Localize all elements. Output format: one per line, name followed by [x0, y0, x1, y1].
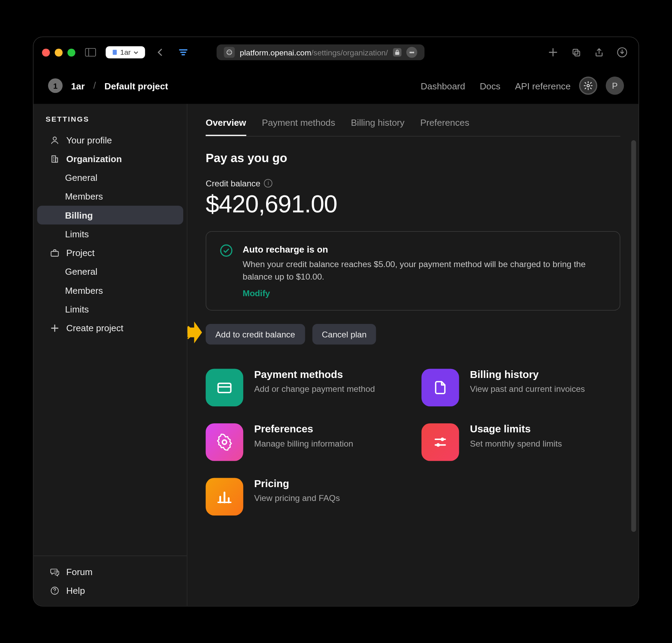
- download-icon[interactable]: [614, 44, 630, 60]
- sidebar-item-proj-general[interactable]: General: [37, 262, 183, 281]
- scrollbar-thumb[interactable]: [631, 140, 636, 532]
- org-name[interactable]: 1ar: [71, 80, 85, 91]
- sliders-icon: [422, 423, 459, 461]
- site-icon: [224, 47, 235, 58]
- sidebar-item-label: Organization: [66, 153, 122, 164]
- window-controls: [42, 49, 75, 56]
- user-icon: [49, 135, 60, 145]
- recharge-desc: When your credit balance reaches $5.00, …: [243, 258, 607, 283]
- app-header: 1 1ar / Default project Dashboard Docs A…: [34, 68, 639, 104]
- svg-rect-2: [113, 50, 117, 55]
- sidebar-item-org-general[interactable]: General: [37, 168, 183, 187]
- sidebar-item-create-project[interactable]: Create project: [37, 318, 183, 337]
- sidebar-item-proj-limits[interactable]: Limits: [37, 300, 183, 318]
- svg-rect-16: [218, 384, 231, 393]
- close-window-button[interactable]: [42, 49, 50, 56]
- sidebar-item-label: Project: [66, 248, 95, 258]
- card-desc: Set monthly spend limits: [470, 438, 562, 450]
- share-icon[interactable]: [591, 44, 607, 60]
- browser-window: 1ar platform.openai.com/settings/organiz…: [33, 37, 639, 607]
- settings-gear-button[interactable]: [579, 77, 598, 95]
- sidebar-item-label: Limits: [65, 304, 89, 314]
- card-pricing[interactable]: PricingView pricing and FAQs: [206, 478, 405, 516]
- sidebar-item-project[interactable]: Project: [37, 243, 183, 262]
- copy-icon[interactable]: [568, 44, 584, 60]
- tab-payment-methods[interactable]: Payment methods: [262, 117, 335, 136]
- sidebar-item-profile[interactable]: Your profile: [37, 131, 183, 149]
- card-payment-methods[interactable]: Payment methodsAdd or change payment met…: [206, 369, 405, 407]
- sidebar-item-label: Your profile: [66, 135, 112, 145]
- svg-point-9: [53, 137, 56, 140]
- sidebar-item-label: General: [65, 173, 97, 183]
- nav-dashboard[interactable]: Dashboard: [421, 80, 465, 91]
- sidebar-item-billing[interactable]: Billing: [37, 206, 183, 224]
- card-preferences[interactable]: PreferencesManage billing information: [206, 423, 405, 461]
- tab-overview[interactable]: Overview: [206, 117, 246, 136]
- profile-pill-label: 1ar: [120, 48, 131, 57]
- sidebar-item-label: Create project: [66, 323, 123, 333]
- address-bar[interactable]: platform.openai.com/settings/organizatio…: [217, 44, 424, 60]
- sidebar-item-organization[interactable]: Organization: [37, 149, 183, 168]
- project-name[interactable]: Default project: [104, 80, 168, 91]
- menu-icon[interactable]: [176, 44, 192, 60]
- settings-sidebar: SETTINGS Your profile Organization Gener…: [34, 104, 188, 606]
- card-title: Preferences: [254, 423, 353, 435]
- billing-tabs: Overview Payment methods Billing history…: [206, 117, 620, 136]
- nav-api-reference[interactable]: API reference: [515, 80, 571, 91]
- sidebar-item-label: General: [65, 266, 97, 277]
- minimize-window-button[interactable]: [55, 49, 63, 56]
- recharge-title: Auto recharge is on: [243, 244, 607, 254]
- card-billing-history[interactable]: Billing historyView past and current inv…: [422, 369, 620, 407]
- cancel-plan-button[interactable]: Cancel plan: [312, 324, 376, 345]
- svg-point-8: [587, 85, 590, 87]
- sidebar-item-org-limits[interactable]: Limits: [37, 224, 183, 243]
- card-desc: View past and current invoices: [470, 384, 585, 395]
- main-content: Overview Payment methods Billing history…: [187, 104, 638, 606]
- more-icon[interactable]: •••: [406, 47, 417, 58]
- plus-icon: [49, 324, 60, 332]
- org-badge[interactable]: 1: [48, 78, 63, 93]
- sidebar-item-forum[interactable]: Forum: [37, 562, 183, 581]
- balance-amount: $420,691.00: [206, 191, 620, 218]
- info-icon[interactable]: i: [264, 179, 273, 188]
- balance-label: Credit balance i: [206, 178, 620, 188]
- sidebar-item-label: Billing: [65, 210, 93, 220]
- svg-rect-11: [55, 158, 58, 162]
- svg-rect-6: [575, 51, 580, 56]
- sidebar-toggle-icon[interactable]: [83, 44, 99, 60]
- sidebar-heading: SETTINGS: [34, 115, 187, 131]
- card-title: Pricing: [254, 478, 340, 490]
- profile-pill[interactable]: 1ar: [106, 46, 145, 59]
- modify-link[interactable]: Modify: [243, 288, 607, 298]
- card-desc: Manage billing information: [254, 438, 353, 450]
- sidebar-item-label: Members: [65, 285, 103, 296]
- new-tab-icon[interactable]: [545, 44, 561, 60]
- user-avatar[interactable]: P: [606, 77, 624, 95]
- svg-marker-15: [187, 322, 202, 343]
- help-icon: [49, 585, 60, 595]
- sidebar-item-label: Help: [66, 585, 85, 596]
- sidebar-item-help[interactable]: Help: [37, 581, 183, 600]
- card-desc: View pricing and FAQs: [254, 493, 340, 504]
- back-button[interactable]: [152, 44, 168, 60]
- card-title: Billing history: [470, 369, 585, 381]
- svg-rect-0: [85, 49, 96, 56]
- file-icon: [422, 369, 459, 407]
- sidebar-item-org-members[interactable]: Members: [37, 187, 183, 206]
- sidebar-item-label: Members: [65, 191, 103, 202]
- card-icon: [206, 369, 244, 407]
- tab-billing-history[interactable]: Billing history: [351, 117, 405, 136]
- url-domain: platform.openai.com: [240, 48, 311, 57]
- sidebar-item-proj-members[interactable]: Members: [37, 281, 183, 300]
- card-desc: Add or change payment method: [254, 384, 375, 395]
- scrollbar[interactable]: [631, 140, 636, 601]
- nav-docs[interactable]: Docs: [480, 80, 501, 91]
- add-credit-button[interactable]: Add to credit balance: [206, 324, 305, 345]
- tab-preferences[interactable]: Preferences: [420, 117, 469, 136]
- card-usage-limits[interactable]: Usage limitsSet monthly spend limits: [422, 423, 620, 461]
- callout-arrow-icon: [187, 320, 203, 345]
- building-icon: [49, 154, 60, 164]
- maximize-window-button[interactable]: [68, 49, 76, 56]
- card-title: Payment methods: [254, 369, 375, 381]
- svg-point-14: [221, 245, 232, 256]
